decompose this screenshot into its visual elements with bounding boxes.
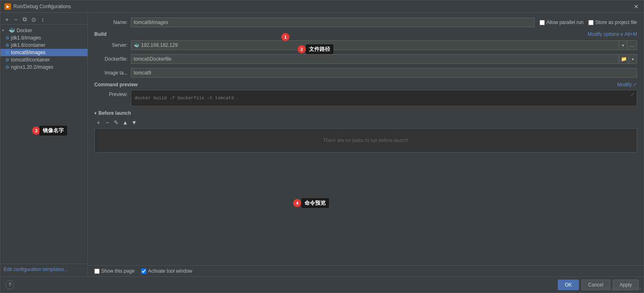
copy2-config-button[interactable]: ⊙ [30, 15, 38, 24]
add-config-button[interactable]: + [3, 15, 11, 24]
no-tasks-message: There are no tasks to run before launch [323, 138, 408, 143]
tree-item-label: jdk1.8/container [11, 42, 46, 48]
dockerfile-label: Dockerfile: [94, 56, 131, 62]
ok-button[interactable]: OK [558, 280, 579, 290]
command-preview-title: Command preview [94, 82, 138, 87]
show-this-page-checkbox-item[interactable]: Show this page [94, 268, 135, 274]
config-icon: ⚙ [5, 35, 9, 41]
image-tag-input[interactable] [131, 68, 637, 78]
config-icon: ⚙ [5, 57, 9, 63]
name-input[interactable] [131, 17, 535, 27]
dialog-icon: ▶ [4, 3, 11, 10]
preview-box: docker build -f Dockerfile -t tomcat9 . … [131, 90, 637, 106]
server-dropdown-btn[interactable]: ▾ [619, 40, 627, 50]
close-button[interactable]: ✕ [633, 3, 640, 10]
before-launch-area: There are no tasks to run before launch [94, 128, 637, 153]
remove-config-button[interactable]: − [12, 15, 20, 24]
edit-templates-link[interactable]: Edit configuration templates... [4, 267, 68, 272]
tree-item-label: nginx1.20.2/images [11, 64, 53, 70]
modify-options-button[interactable]: Modify options ∨ Alt+M [588, 31, 637, 37]
preview-value: docker build -f Dockerfile -t tomcat9 . [135, 96, 239, 101]
apply-button[interactable]: Apply [613, 280, 639, 290]
build-section-title: Build [94, 31, 107, 37]
dialog-title: Run/Debug Configurations [13, 4, 71, 9]
tree-expand-icon: ▾ [2, 28, 7, 33]
config-icon: ⚙ [5, 65, 9, 70]
tree-item-tomcat9images[interactable]: ⚙ tomcat9/images [0, 49, 87, 56]
server-extra-btn[interactable]: … [627, 40, 637, 50]
tree-group-docker[interactable]: ▾ 🐳 Docker [0, 26, 87, 34]
bl-edit-btn[interactable]: ✎ [112, 118, 120, 127]
activate-tool-window-checkbox-item[interactable]: Activate tool window [141, 268, 192, 274]
server-display: 🐳 192.168.182.129 [131, 40, 619, 50]
tree-item-label: jdk1.8/images [11, 35, 41, 41]
tree-group-label: Docker [17, 28, 32, 33]
config-icon: ⚙ [5, 50, 9, 55]
tree-item-jdk18images[interactable]: ⚙ jdk1.8/images [0, 34, 87, 42]
show-this-page-label: Show this page [101, 268, 135, 274]
dockerfile-browse-btn[interactable]: 📁 [619, 54, 629, 64]
store-project-label: Store as project file [595, 20, 637, 25]
activate-tool-window-checkbox[interactable] [141, 269, 146, 274]
help-button[interactable]: ? [5, 280, 14, 289]
tree-item-nginx[interactable]: ⚙ nginx1.20.2/images [0, 63, 87, 71]
store-project-checkbox[interactable] [588, 20, 594, 25]
tree-item-label: tomcat9/images [11, 50, 46, 55]
before-launch-title: Before launch [98, 110, 131, 116]
tree-item-tomcat9container[interactable]: ⚙ tomcat9/container [0, 56, 87, 63]
allow-parallel-checkbox-item[interactable]: Allow parallel run [540, 20, 583, 25]
cancel-button[interactable]: Cancel [581, 280, 610, 290]
bl-remove-btn[interactable]: − [103, 118, 111, 127]
activate-tool-window-label: Activate tool window [148, 268, 192, 274]
sort-config-button[interactable]: ↕ [39, 15, 47, 24]
dockerfile-dropdown-btn[interactable]: ▾ [629, 54, 637, 64]
show-this-page-checkbox[interactable] [94, 269, 100, 274]
bl-add-btn[interactable]: + [94, 118, 102, 127]
modify-button[interactable]: Modify ✓ [617, 82, 637, 87]
config-icon: ⚙ [5, 43, 9, 48]
copy-config-button[interactable]: ⧉ [21, 15, 29, 24]
allow-parallel-checkbox[interactable] [540, 20, 545, 25]
preview-label: Preview: [94, 90, 131, 97]
server-value: 192.168.182.129 [141, 42, 178, 48]
tree-item-label: tomcat9/container [11, 57, 50, 63]
bl-down-btn[interactable]: ▼ [130, 118, 138, 127]
server-label: Server: [94, 42, 131, 48]
docker-group-icon: 🐳 [9, 27, 15, 33]
before-launch-collapse-btn[interactable]: ▾ [94, 111, 97, 116]
name-label: Name: [94, 20, 131, 25]
allow-parallel-label: Allow parallel run [546, 20, 583, 25]
preview-expand-btn[interactable]: ⤢ [629, 91, 636, 98]
server-docker-icon: 🐳 [134, 43, 139, 48]
store-project-checkbox-item[interactable]: Store as project file [588, 20, 637, 25]
image-tag-label: Image ta... [94, 70, 131, 76]
bl-up-btn[interactable]: ▲ [121, 118, 129, 127]
tree-item-jdk18container[interactable]: ⚙ jdk1.8/container [0, 42, 87, 49]
dockerfile-input[interactable] [131, 54, 619, 64]
